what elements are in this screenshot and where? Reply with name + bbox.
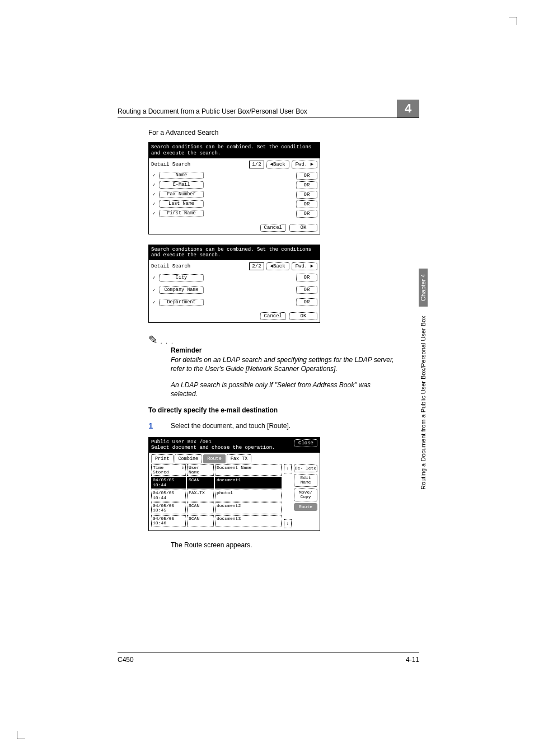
page-indicator: 2/2: [249, 262, 264, 270]
reminder-body-1: For details on an LDAP search and specif…: [171, 355, 395, 373]
side-tab-long: Routing a Document from a Public User Bo…: [420, 316, 427, 490]
or-button[interactable]: OR: [296, 172, 317, 180]
panel-instruction: Search conditions can be combined. Set t…: [149, 143, 320, 158]
footer-page: 4-11: [406, 656, 419, 664]
panel-title: Detail Search: [151, 162, 247, 167]
detail-search-panel-2: Search conditions can be combined. Set t…: [148, 245, 320, 323]
check-icon: ✓: [151, 287, 157, 293]
edit-name-button[interactable]: Edit Name: [294, 474, 317, 487]
fwd-button[interactable]: Fwd. ►: [292, 262, 317, 270]
or-button[interactable]: OR: [296, 274, 317, 281]
step-text: Select the document, and touch [Route].: [171, 421, 291, 430]
or-button[interactable]: OR: [296, 286, 317, 294]
panel-title: Detail Search: [151, 264, 247, 269]
result-text: The Route screen appears.: [171, 541, 395, 549]
or-button[interactable]: OR: [296, 200, 317, 208]
route-button[interactable]: Route: [294, 503, 317, 511]
side-tab: Routing a Document from a Public User Bo…: [418, 269, 429, 490]
box-title: Public User Box /001: [151, 439, 275, 445]
table-row[interactable]: 04/05/05 10:44SCANdocument1: [151, 477, 282, 489]
check-icon: ✓: [151, 201, 157, 207]
field-city[interactable]: City: [159, 274, 204, 281]
tab-combine[interactable]: Combine: [175, 454, 203, 463]
field-lastname[interactable]: Last Name: [159, 200, 204, 208]
field-email[interactable]: E-Mail: [159, 181, 204, 189]
field-name[interactable]: Name: [159, 172, 204, 179]
close-button[interactable]: Close: [294, 439, 317, 447]
detail-search-panel-1: Search conditions can be combined. Set t…: [148, 142, 320, 234]
or-button[interactable]: OR: [296, 181, 317, 189]
col-user-name: User Name: [187, 464, 214, 476]
back-button[interactable]: ◄Back: [266, 161, 289, 168]
check-icon: ✓: [151, 182, 157, 188]
table-row[interactable]: 04/05/05 10:45SCANdocument2: [151, 503, 282, 514]
field-company[interactable]: Company Name: [159, 287, 204, 294]
scroll-down-button[interactable]: ↓: [284, 519, 292, 528]
step-number: 1: [148, 421, 171, 430]
field-department[interactable]: Department: [159, 299, 204, 306]
or-button[interactable]: OR: [296, 191, 317, 199]
scrollbar: ↑ ↓: [284, 464, 292, 528]
section-heading: To directly specify the e-mail destinati…: [148, 406, 395, 414]
tab-route[interactable]: Route: [203, 454, 226, 463]
check-icon: ✓: [151, 275, 157, 281]
fwd-button[interactable]: Fwd. ►: [292, 161, 317, 168]
col-document-name: Document Name: [215, 464, 282, 476]
move-copy-button[interactable]: Move/ Copy: [294, 489, 317, 501]
delete-button[interactable]: De- lete: [294, 464, 317, 472]
field-fax[interactable]: Fax Number: [159, 191, 204, 198]
panel-prompt: Select document and choose the operation…: [151, 445, 275, 450]
cancel-button[interactable]: Cancel: [260, 312, 286, 320]
check-icon: ✓: [151, 210, 157, 217]
or-button[interactable]: OR: [296, 298, 317, 306]
check-icon: ✓: [151, 299, 157, 306]
page-footer: C450 4-11: [118, 652, 419, 664]
check-icon: ✓: [151, 191, 157, 198]
table-row[interactable]: 04/05/05 10:46SCANdocument3: [151, 515, 282, 527]
note-icon: ✎ . . .: [148, 333, 395, 346]
table-row[interactable]: 04/05/05 10:44FAX-TXphoto1: [151, 490, 282, 501]
back-button[interactable]: ◄Back: [266, 262, 289, 270]
reminder-heading: Reminder: [171, 346, 395, 354]
or-button[interactable]: OR: [296, 210, 317, 218]
page-indicator: 1/2: [249, 161, 264, 168]
field-firstname[interactable]: First Name: [159, 210, 204, 217]
panel-instruction: Search conditions can be combined. Set t…: [149, 245, 320, 261]
crop-mark-bl: [17, 731, 25, 739]
side-tab-chapter: Chapter 4: [419, 269, 428, 307]
col-time-stored[interactable]: Time Stored⇕: [151, 464, 186, 476]
scroll-up-button[interactable]: ↑: [284, 464, 292, 473]
step-1: 1 Select the document, and touch [Route]…: [148, 421, 395, 430]
route-panel: Public User Box /001 Select document and…: [148, 437, 320, 531]
check-icon: ✓: [151, 172, 157, 179]
running-title: Routing a Document from a Public User Bo…: [118, 107, 307, 115]
cancel-button[interactable]: Cancel: [260, 224, 286, 232]
page-header: Routing a Document from a Public User Bo…: [118, 100, 419, 118]
crop-mark-tr: [509, 17, 517, 25]
subsection-caption: For a Advanced Search: [148, 129, 395, 137]
reminder-body-2: An LDAP search is possible only if "Sele…: [171, 381, 395, 398]
tab-faxtx[interactable]: Fax TX: [227, 454, 252, 463]
document-table: Time Stored⇕ User Name Document Name 04/…: [151, 464, 282, 528]
footer-model: C450: [118, 656, 134, 664]
tab-print[interactable]: Print: [151, 454, 174, 463]
ok-button[interactable]: OK: [289, 312, 317, 320]
chapter-badge: 4: [397, 100, 419, 118]
ok-button[interactable]: OK: [289, 224, 317, 232]
